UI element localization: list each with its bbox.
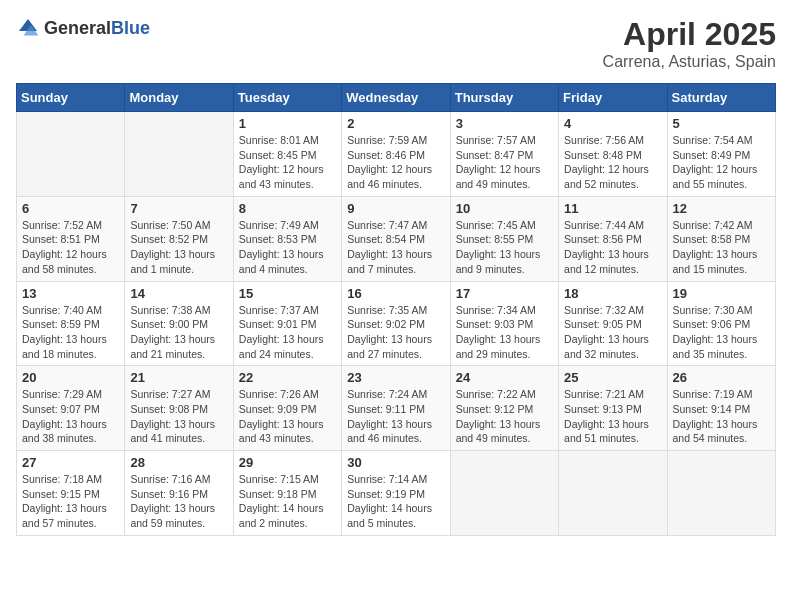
calendar-cell: 25Sunrise: 7:21 AMSunset: 9:13 PMDayligh… xyxy=(559,366,667,451)
day-number: 5 xyxy=(673,116,770,131)
calendar-cell: 18Sunrise: 7:32 AMSunset: 9:05 PMDayligh… xyxy=(559,281,667,366)
day-number: 29 xyxy=(239,455,336,470)
day-number: 9 xyxy=(347,201,444,216)
calendar-cell xyxy=(125,112,233,197)
calendar-cell: 16Sunrise: 7:35 AMSunset: 9:02 PMDayligh… xyxy=(342,281,450,366)
weekday-header: Wednesday xyxy=(342,84,450,112)
calendar-cell: 22Sunrise: 7:26 AMSunset: 9:09 PMDayligh… xyxy=(233,366,341,451)
calendar-week-row: 27Sunrise: 7:18 AMSunset: 9:15 PMDayligh… xyxy=(17,451,776,536)
logo-icon xyxy=(16,16,40,40)
day-info: Sunrise: 7:19 AMSunset: 9:14 PMDaylight:… xyxy=(673,387,770,446)
page-header: GeneralBlue April 2025 Carrena, Asturias… xyxy=(16,16,776,71)
calendar-cell xyxy=(17,112,125,197)
calendar-week-row: 6Sunrise: 7:52 AMSunset: 8:51 PMDaylight… xyxy=(17,196,776,281)
day-info: Sunrise: 7:29 AMSunset: 9:07 PMDaylight:… xyxy=(22,387,119,446)
calendar-cell: 15Sunrise: 7:37 AMSunset: 9:01 PMDayligh… xyxy=(233,281,341,366)
day-info: Sunrise: 7:27 AMSunset: 9:08 PMDaylight:… xyxy=(130,387,227,446)
day-info: Sunrise: 7:14 AMSunset: 9:19 PMDaylight:… xyxy=(347,472,444,531)
calendar-week-row: 1Sunrise: 8:01 AMSunset: 8:45 PMDaylight… xyxy=(17,112,776,197)
day-info: Sunrise: 7:57 AMSunset: 8:47 PMDaylight:… xyxy=(456,133,553,192)
day-info: Sunrise: 7:50 AMSunset: 8:52 PMDaylight:… xyxy=(130,218,227,277)
calendar-week-row: 20Sunrise: 7:29 AMSunset: 9:07 PMDayligh… xyxy=(17,366,776,451)
day-info: Sunrise: 7:30 AMSunset: 9:06 PMDaylight:… xyxy=(673,303,770,362)
calendar-cell: 11Sunrise: 7:44 AMSunset: 8:56 PMDayligh… xyxy=(559,196,667,281)
day-info: Sunrise: 7:54 AMSunset: 8:49 PMDaylight:… xyxy=(673,133,770,192)
day-number: 2 xyxy=(347,116,444,131)
day-number: 7 xyxy=(130,201,227,216)
calendar-cell: 14Sunrise: 7:38 AMSunset: 9:00 PMDayligh… xyxy=(125,281,233,366)
calendar-cell: 8Sunrise: 7:49 AMSunset: 8:53 PMDaylight… xyxy=(233,196,341,281)
calendar-week-row: 13Sunrise: 7:40 AMSunset: 8:59 PMDayligh… xyxy=(17,281,776,366)
calendar-body: 1Sunrise: 8:01 AMSunset: 8:45 PMDaylight… xyxy=(17,112,776,536)
calendar-cell: 28Sunrise: 7:16 AMSunset: 9:16 PMDayligh… xyxy=(125,451,233,536)
day-number: 10 xyxy=(456,201,553,216)
day-number: 15 xyxy=(239,286,336,301)
day-info: Sunrise: 7:22 AMSunset: 9:12 PMDaylight:… xyxy=(456,387,553,446)
day-number: 1 xyxy=(239,116,336,131)
calendar-cell: 9Sunrise: 7:47 AMSunset: 8:54 PMDaylight… xyxy=(342,196,450,281)
day-number: 30 xyxy=(347,455,444,470)
day-info: Sunrise: 7:44 AMSunset: 8:56 PMDaylight:… xyxy=(564,218,661,277)
day-info: Sunrise: 7:15 AMSunset: 9:18 PMDaylight:… xyxy=(239,472,336,531)
day-info: Sunrise: 7:18 AMSunset: 9:15 PMDaylight:… xyxy=(22,472,119,531)
calendar-cell: 24Sunrise: 7:22 AMSunset: 9:12 PMDayligh… xyxy=(450,366,558,451)
day-number: 27 xyxy=(22,455,119,470)
weekday-header: Friday xyxy=(559,84,667,112)
calendar-cell: 26Sunrise: 7:19 AMSunset: 9:14 PMDayligh… xyxy=(667,366,775,451)
calendar-cell: 19Sunrise: 7:30 AMSunset: 9:06 PMDayligh… xyxy=(667,281,775,366)
day-info: Sunrise: 7:40 AMSunset: 8:59 PMDaylight:… xyxy=(22,303,119,362)
day-info: Sunrise: 7:34 AMSunset: 9:03 PMDaylight:… xyxy=(456,303,553,362)
day-number: 6 xyxy=(22,201,119,216)
day-number: 28 xyxy=(130,455,227,470)
day-info: Sunrise: 7:56 AMSunset: 8:48 PMDaylight:… xyxy=(564,133,661,192)
title-block: April 2025 Carrena, Asturias, Spain xyxy=(603,16,776,71)
calendar-cell: 17Sunrise: 7:34 AMSunset: 9:03 PMDayligh… xyxy=(450,281,558,366)
calendar-cell: 5Sunrise: 7:54 AMSunset: 8:49 PMDaylight… xyxy=(667,112,775,197)
day-info: Sunrise: 7:26 AMSunset: 9:09 PMDaylight:… xyxy=(239,387,336,446)
day-info: Sunrise: 7:35 AMSunset: 9:02 PMDaylight:… xyxy=(347,303,444,362)
day-info: Sunrise: 7:38 AMSunset: 9:00 PMDaylight:… xyxy=(130,303,227,362)
day-number: 23 xyxy=(347,370,444,385)
day-info: Sunrise: 7:21 AMSunset: 9:13 PMDaylight:… xyxy=(564,387,661,446)
logo-general: General xyxy=(44,18,111,38)
day-number: 13 xyxy=(22,286,119,301)
calendar-table: SundayMondayTuesdayWednesdayThursdayFrid… xyxy=(16,83,776,536)
day-number: 8 xyxy=(239,201,336,216)
day-number: 25 xyxy=(564,370,661,385)
logo-text: GeneralBlue xyxy=(44,18,150,39)
day-number: 12 xyxy=(673,201,770,216)
day-info: Sunrise: 7:52 AMSunset: 8:51 PMDaylight:… xyxy=(22,218,119,277)
calendar-cell xyxy=(559,451,667,536)
day-info: Sunrise: 7:59 AMSunset: 8:46 PMDaylight:… xyxy=(347,133,444,192)
calendar-cell xyxy=(667,451,775,536)
calendar-cell: 2Sunrise: 7:59 AMSunset: 8:46 PMDaylight… xyxy=(342,112,450,197)
calendar-cell: 7Sunrise: 7:50 AMSunset: 8:52 PMDaylight… xyxy=(125,196,233,281)
day-number: 11 xyxy=(564,201,661,216)
calendar-cell: 30Sunrise: 7:14 AMSunset: 9:19 PMDayligh… xyxy=(342,451,450,536)
day-number: 21 xyxy=(130,370,227,385)
calendar-cell: 4Sunrise: 7:56 AMSunset: 8:48 PMDaylight… xyxy=(559,112,667,197)
day-info: Sunrise: 7:42 AMSunset: 8:58 PMDaylight:… xyxy=(673,218,770,277)
day-info: Sunrise: 7:45 AMSunset: 8:55 PMDaylight:… xyxy=(456,218,553,277)
day-number: 20 xyxy=(22,370,119,385)
calendar-cell: 6Sunrise: 7:52 AMSunset: 8:51 PMDaylight… xyxy=(17,196,125,281)
day-number: 16 xyxy=(347,286,444,301)
day-number: 14 xyxy=(130,286,227,301)
calendar-header: SundayMondayTuesdayWednesdayThursdayFrid… xyxy=(17,84,776,112)
weekday-header: Monday xyxy=(125,84,233,112)
weekday-header: Thursday xyxy=(450,84,558,112)
calendar-cell: 21Sunrise: 7:27 AMSunset: 9:08 PMDayligh… xyxy=(125,366,233,451)
logo: GeneralBlue xyxy=(16,16,150,40)
calendar-cell: 27Sunrise: 7:18 AMSunset: 9:15 PMDayligh… xyxy=(17,451,125,536)
day-info: Sunrise: 7:16 AMSunset: 9:16 PMDaylight:… xyxy=(130,472,227,531)
day-number: 18 xyxy=(564,286,661,301)
calendar-cell xyxy=(450,451,558,536)
calendar-cell: 13Sunrise: 7:40 AMSunset: 8:59 PMDayligh… xyxy=(17,281,125,366)
day-number: 3 xyxy=(456,116,553,131)
day-number: 19 xyxy=(673,286,770,301)
weekday-row: SundayMondayTuesdayWednesdayThursdayFrid… xyxy=(17,84,776,112)
calendar-cell: 3Sunrise: 7:57 AMSunset: 8:47 PMDaylight… xyxy=(450,112,558,197)
day-info: Sunrise: 7:37 AMSunset: 9:01 PMDaylight:… xyxy=(239,303,336,362)
day-info: Sunrise: 8:01 AMSunset: 8:45 PMDaylight:… xyxy=(239,133,336,192)
page-title: April 2025 xyxy=(603,16,776,53)
